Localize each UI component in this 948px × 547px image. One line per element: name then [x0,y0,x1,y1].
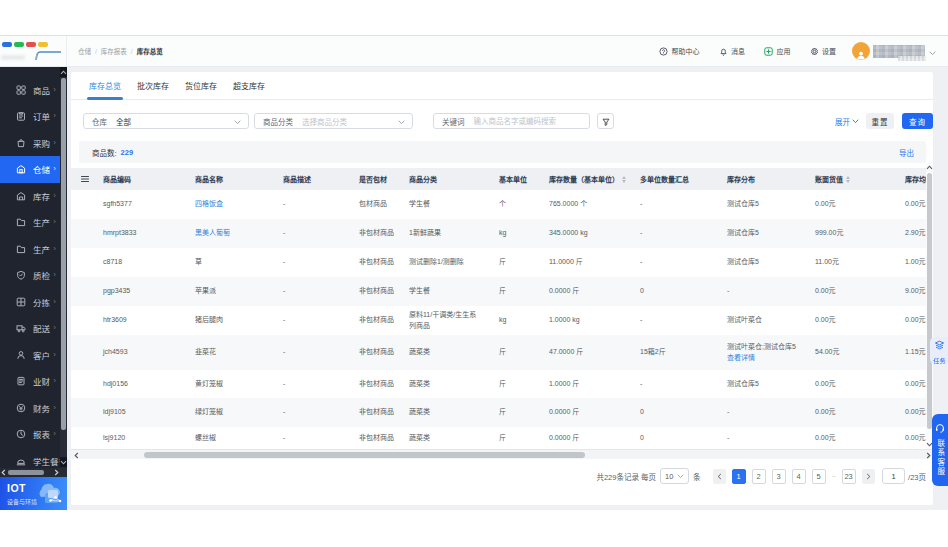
sidebar-scroll-down-icon[interactable] [60,457,67,467]
cell-name[interactable]: 苹果派 [189,286,277,297]
table-row[interactable]: htr3609 猪后腿肉 - 非包材商品 原料11/干调类/生生系列商品 kg … [71,306,926,335]
sidebar-item-3[interactable]: 仓储 › [0,156,60,183]
sort-icon[interactable] [622,176,626,183]
breadcrumb-level1[interactable]: 仓储 [78,46,91,56]
column-header-code[interactable]: 商品编码 [99,174,189,184]
page-button-3[interactable]: 3 [772,469,786,484]
export-link[interactable]: 导出 [899,147,914,158]
sidebar-item-0[interactable]: 商品 › [0,77,60,104]
keyword-field[interactable]: 关键词 [433,113,590,129]
search-button[interactable]: 查询 [902,113,933,129]
sort-icon[interactable] [846,176,850,183]
tasks-widget[interactable]: 任务 [930,337,948,364]
sidebar-item-5[interactable]: 生产 › [0,209,60,236]
cell-name[interactable]: 黑美人葡萄 [189,228,277,239]
column-header-unit[interactable]: 基本单位 [487,174,543,184]
sidebar-item-1[interactable]: 订单 › [0,103,60,130]
tab-1[interactable]: 批次库存 [137,72,169,100]
page-button-4[interactable]: 4 [792,469,806,484]
column-header-qty[interactable]: 库存数量（基本单位） [543,174,637,184]
column-header-avg[interactable]: 库存均价 [880,174,926,184]
page-button-2[interactable]: 2 [752,469,766,484]
sidebar-scroll-right-icon[interactable] [53,468,60,477]
messages-button[interactable]: 消息 [719,46,746,56]
breadcrumb-level2[interactable]: 库存报表 [101,46,127,56]
column-header-desc[interactable]: 商品描述 [277,174,356,184]
sidebar-item-7[interactable]: 质检 › [0,262,60,289]
sidebar-scroll-left-icon[interactable] [0,468,7,477]
table-horizontal-scrollbar[interactable] [71,449,933,459]
warehouse-select[interactable]: 仓库 全部 [83,113,249,129]
cell-multi: - [637,257,715,268]
table-row[interactable]: c8718 草 - 非包材商品 测试删除1/测删除 斤 11.0000 斤 - … [71,248,926,277]
cell-name[interactable]: 螺丝椒 [189,433,277,444]
view-details-link[interactable]: 查看详情 [727,353,799,364]
tab-2[interactable]: 货位库存 [185,72,217,100]
sidebar-item-2[interactable]: 采购 › [0,130,60,157]
category-select[interactable]: 商品分类 选择商品分类 [254,113,413,129]
page-jump-input[interactable] [882,468,905,484]
cell-name[interactable]: 四格饭盒 [189,199,277,210]
iot-banner[interactable]: IOT 设备与环境 [0,477,67,510]
table-row[interactable]: jch4593 韭菜花 - 非包材商品 蔬菜类 斤 47.0000 斤 15箱2… [71,335,926,370]
dist-text: 测试叶菜仓 [727,316,762,323]
sidebar-item-10[interactable]: 客户 › [0,342,60,369]
column-header-category[interactable]: 商品分类 [403,174,487,184]
sidebar-item-9[interactable]: 配送 › [0,315,60,342]
column-settings-header[interactable] [71,174,99,184]
sidebar-item-11[interactable]: 业财 › [0,368,60,395]
table-row[interactable]: hdj0156 黄灯笼椒 - 非包材商品 蔬菜类 斤 1.0000 斤 - 测试… [71,370,926,398]
table-row[interactable]: ldj9105 绿灯笼椒 - 非包材商品 蔬菜类 斤 0.0000 斤 0 - … [71,398,926,427]
sidebar-scrollbar-thumb[interactable] [61,78,66,430]
next-page-button[interactable] [862,469,875,484]
settings-button[interactable]: 设置 [810,46,837,56]
table-vertical-scrollbar[interactable] [926,163,933,449]
keyword-input[interactable] [474,117,584,126]
page-button-23[interactable]: 23 [842,469,856,484]
column-header-dist[interactable]: 库存分布 [715,174,803,184]
sidebar-hscrollbar-thumb[interactable] [8,470,44,475]
table-row[interactable]: sgfh5377 四格饭盒 - 包材商品 学生餐 个 765.0000 个 - … [71,190,926,219]
sidebar-horizontal-scrollbar[interactable] [0,468,60,477]
column-header-multi[interactable]: 多单位数量汇总 [637,174,715,184]
page-button-5[interactable]: 5 [812,469,826,484]
column-header-pack[interactable]: 是否包材 [356,174,403,184]
tab-0[interactable]: 库存总览 [89,72,121,100]
page-size-select[interactable]: 10 [660,468,689,484]
tab-3[interactable]: 超支库存 [233,72,265,100]
table-vscrollbar-thumb[interactable] [927,173,932,429]
cell-name[interactable]: 草 [189,257,277,268]
sidebar-item-12[interactable]: 财务 › [0,395,60,422]
reset-button[interactable]: 重置 [866,113,894,129]
cell-name[interactable]: 猪后腿肉 [189,315,277,326]
table-row[interactable]: pgp3435 苹果派 - 非包材商品 学生餐 斤 0.0000 斤 0 - 0… [71,277,926,306]
cell-name[interactable]: 韭菜花 [189,347,277,358]
user-menu-caret-icon[interactable] [929,42,936,60]
apps-button[interactable]: 应用 [764,46,791,56]
column-header-name[interactable]: 商品名称 [189,174,277,184]
table-scroll-up-icon[interactable] [926,163,933,172]
prev-page-button[interactable] [713,469,726,484]
sidebar-item-6[interactable]: 生产 › [0,236,60,263]
sidebar-item-8[interactable]: 分拣 › [0,289,60,316]
table-hscrollbar-thumb[interactable] [144,452,585,458]
cell-name[interactable]: 黄灯笼椒 [189,379,277,390]
filter-funnel-button[interactable] [597,113,614,129]
customer-service-widget[interactable]: 联系客服 [932,414,948,486]
user-avatar[interactable] [852,42,870,60]
product-name[interactable]: 四格饭盒 [195,200,223,207]
expand-filters-link[interactable]: 展开 [835,116,859,127]
table-scroll-left-icon[interactable] [71,450,81,460]
sidebar-item-4[interactable]: 库存 › [0,183,60,210]
table-row[interactable]: lsj9120 螺丝椒 - 非包材商品 蔬菜类 斤 0.0000 斤 0 - 0… [71,427,926,449]
table-row[interactable]: hmrpt3833 黑美人葡萄 - 非包材商品 1新鲜蔬果 kg 345.000… [71,219,926,248]
column-header-label: 商品分类 [409,174,437,184]
sidebar-item-13[interactable]: 报表 › [0,421,60,448]
help-center-button[interactable]: 帮助中心 [659,46,700,56]
sidebar-vertical-scrollbar[interactable] [60,67,67,477]
page-button-1[interactable]: 1 [732,469,746,484]
sidebar-scroll-up-icon[interactable] [60,67,67,77]
column-header-value[interactable]: 账面货值 [803,174,880,184]
cell-name[interactable]: 绿灯笼椒 [189,407,277,418]
product-name[interactable]: 黑美人葡萄 [195,229,230,236]
